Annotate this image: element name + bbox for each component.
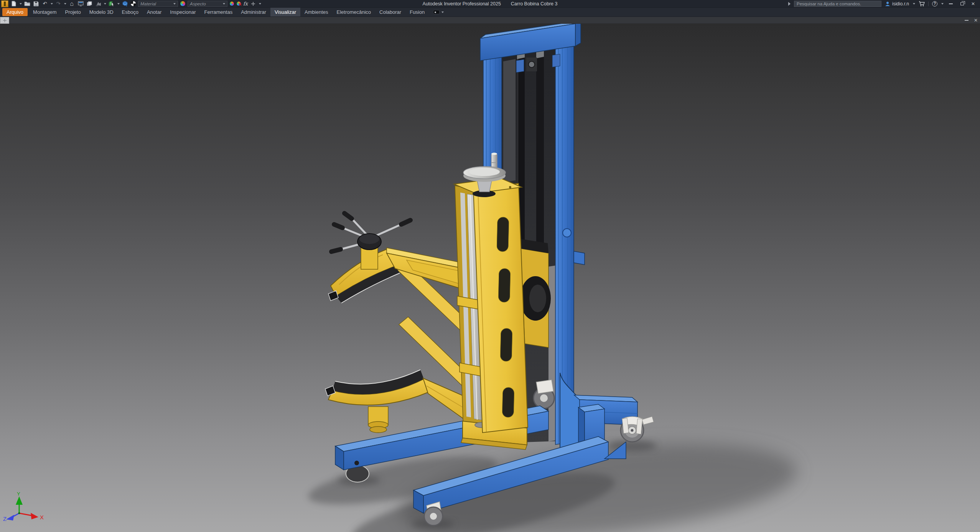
tab-inspecionar[interactable]: Inspecionar [166,8,200,16]
select-dropdown[interactable] [117,3,120,5]
right-caster[interactable] [621,417,654,442]
material-ball-icon[interactable] [130,1,136,7]
tab-anotar[interactable]: Anotar [143,8,166,16]
inventor-app-button[interactable] [1,0,8,7]
home-view-icon[interactable]: ⌂ [68,1,75,7]
lift-carriage[interactable] [454,178,528,450]
divider [928,2,929,6]
open-folder-icon[interactable] [24,1,31,7]
tab-projeto[interactable]: Projeto [61,8,85,16]
titlebar-right: isidio.r.n ? ✕ [788,0,980,7]
camera-icon [433,10,440,14]
add-command-icon[interactable] [250,1,257,7]
material-combo-caret [173,3,176,5]
redo-icon[interactable]: ↷ [55,1,62,7]
material-combo-value: Material [140,2,156,6]
tab-modelo-3d[interactable]: Modelo 3D [85,8,118,16]
save-icon[interactable] [33,1,40,7]
tab-esboco[interactable]: Esboço [118,8,143,16]
tab-ambientes[interactable]: Ambientes [300,8,332,16]
update-icon[interactable] [95,1,102,7]
tab-fusion[interactable]: Fusion [405,8,429,16]
new-file-icon[interactable] [10,1,17,7]
user-dropdown[interactable] [913,3,915,5]
window-minimize-button[interactable] [947,1,955,7]
appearance-wheel-icon[interactable] [180,1,186,7]
axis-x-label: X [40,514,44,520]
parameters-fx-icon[interactable]: fx [243,1,248,7]
star-handle-knob[interactable] [331,213,410,252]
document-close-button[interactable]: ✕ [974,18,978,23]
document-window-controls: ✕ [965,17,978,24]
user-chip[interactable]: isidio.r.n [885,1,909,7]
tab-montagem[interactable]: Montagem [29,8,61,16]
front-caster[interactable] [424,502,443,525]
store-cart-icon[interactable] [919,1,925,7]
new-file-dropdown[interactable] [20,3,22,5]
document-minimize-button[interactable] [965,20,968,21]
app-title: Autodesk Inventor Professional 2025 [423,1,501,7]
undo-dropdown[interactable] [51,3,53,5]
search-input[interactable] [794,1,881,7]
user-avatar-icon [885,1,890,7]
help-dropdown[interactable] [941,3,944,5]
help-icon[interactable]: ? [932,1,937,7]
camera-dropdown [441,12,444,13]
tab-ferramentas[interactable]: Ferramentas [200,8,237,16]
appearance-combo[interactable]: Aspecto [188,1,227,7]
browser-expand-button[interactable] [0,17,9,24]
undo-icon[interactable]: ↶ [41,1,48,7]
tab-colaborar[interactable]: Colaborar [375,8,405,16]
screen-view-icon[interactable] [77,1,84,7]
window-close-button[interactable]: ✕ [969,1,977,7]
appearance-combo-value: Aspecto [190,2,206,6]
return-icon[interactable] [122,1,128,7]
update-dropdown[interactable] [104,3,106,5]
title-bar: ↶ ↷ ⌂ Material Aspecto ✕ fx [0,0,980,8]
qat-customize-dropdown[interactable] [259,3,261,5]
rear-caster[interactable] [534,380,554,408]
material-combo[interactable]: Material [138,1,178,7]
tab-eletromecanico[interactable]: Eletromecânico [332,8,375,16]
viewport-3d-model[interactable]: Y Z X [0,24,980,532]
axis-z-label: Z [3,516,7,522]
clear-appearance-icon[interactable]: ✕ [236,1,241,6]
copy-screen-icon[interactable] [86,1,93,7]
3d-viewport[interactable]: Y Z X [0,24,980,532]
tab-visualizar[interactable]: Visualizar [270,8,300,16]
axis-y-label: Y [17,491,20,497]
ribbon-collapsed-strip: ✕ [0,17,980,24]
redo-dropdown[interactable] [64,3,66,5]
tab-camera[interactable] [429,8,448,16]
user-name: isidio.r.n [892,1,909,7]
search-expand-icon[interactable] [788,2,791,6]
select-icon[interactable] [108,1,115,7]
adjust-appearance-icon[interactable] [229,1,234,6]
tab-arquivo[interactable]: Arquivo [2,8,28,16]
axis-triad: Y Z X [3,491,44,522]
tab-administrar[interactable]: Administrar [237,8,270,16]
document-title: Carro Bobina Cobre 3 [511,1,558,7]
window-restore-button[interactable] [958,1,966,7]
ribbon-tab-bar: Arquivo Montagem Projeto Modelo 3D Esboç… [0,8,980,17]
quick-access-toolbar: ↶ ↷ ⌂ Material Aspecto ✕ fx [0,0,261,7]
plus-icon [3,19,7,22]
appearance-combo-caret [223,3,225,5]
